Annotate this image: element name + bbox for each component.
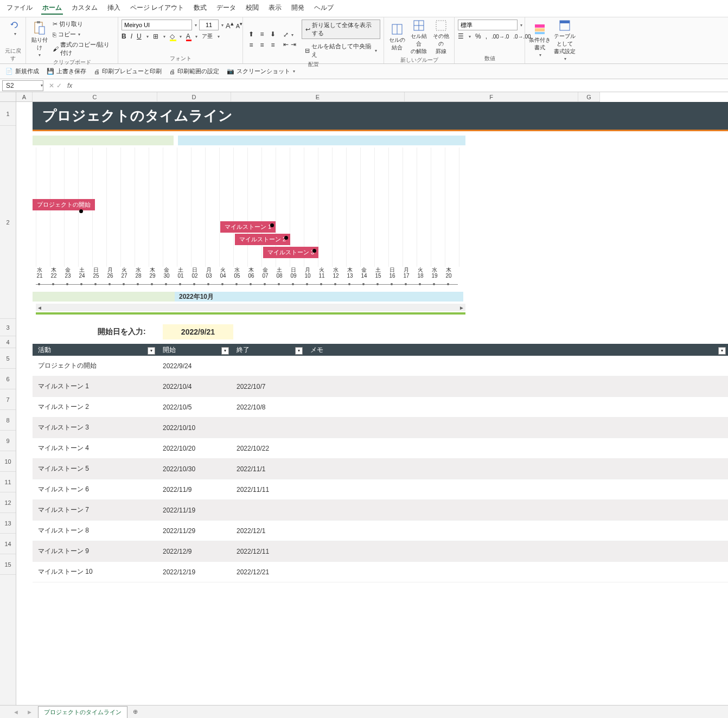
cell-start[interactable]: 2022/10/30 xyxy=(157,465,231,473)
row-header-15[interactable]: 15 xyxy=(0,554,16,575)
cell-activity[interactable]: マイルストーン 5 xyxy=(33,464,157,473)
cell-activity[interactable]: マイルストーン 7 xyxy=(33,505,157,515)
col-memo[interactable]: メモ▾ xyxy=(305,345,728,355)
conditional-format-button[interactable]: 条件付き 書式▾ xyxy=(528,23,551,57)
cell-end[interactable]: 2022/11/11 xyxy=(231,486,305,493)
row-header-9[interactable]: 9 xyxy=(0,431,16,451)
menu-表示[interactable]: 表示 xyxy=(267,2,283,15)
align-middle-button[interactable]: ≡ xyxy=(257,30,267,39)
cell-end[interactable]: 2022/12/11 xyxy=(231,548,305,555)
table-row[interactable]: マイルストーン 82022/11/292022/12/1 xyxy=(33,521,728,541)
table-row[interactable]: プロジェクトの開始2022/9/24 xyxy=(33,356,728,376)
comma-button[interactable]: , xyxy=(486,33,487,40)
row-header-7[interactable]: 7 xyxy=(0,389,16,410)
new-file-button[interactable]: 📄新規作成 xyxy=(5,67,39,75)
row-header-4[interactable]: 4 xyxy=(0,336,16,348)
add-sheet-button[interactable]: ⊕ xyxy=(131,707,141,717)
col-end[interactable]: 終了▾ xyxy=(231,345,305,355)
copy-button[interactable]: ⎘コピー▾ xyxy=(52,30,114,39)
table-row[interactable]: マイルストーン 102022/12/192022/12/21 xyxy=(33,562,728,582)
col-header-C[interactable]: C xyxy=(33,92,157,101)
scroll-left-icon[interactable]: ◄ xyxy=(36,305,43,311)
cell-activity[interactable]: マイルストーン 10 xyxy=(33,567,157,576)
menu-数式[interactable]: 数式 xyxy=(193,2,208,15)
enter-icon[interactable]: ✓ xyxy=(56,82,62,89)
decrease-font-button[interactable]: A▾ xyxy=(236,21,242,29)
align-right-button[interactable]: ≡ xyxy=(268,41,278,49)
menu-校閲[interactable]: 校閲 xyxy=(245,2,260,15)
row-header-11[interactable]: 11 xyxy=(0,472,16,492)
menu-ヘルプ[interactable]: ヘルプ xyxy=(313,2,335,15)
print-area-button[interactable]: 🖨印刷範囲の設定 xyxy=(169,67,219,75)
col-header-F[interactable]: F xyxy=(405,92,578,101)
italic-button[interactable]: I xyxy=(131,33,132,40)
underline-button[interactable]: U xyxy=(137,33,142,40)
bold-button[interactable]: B xyxy=(122,33,126,40)
cell-activity[interactable]: マイルストーン 2 xyxy=(33,402,157,412)
col-header-D[interactable]: D xyxy=(157,92,231,101)
cell-end[interactable]: 2022/11/1 xyxy=(231,465,305,473)
start-date-value[interactable]: 2022/9/21 xyxy=(163,324,233,339)
border-button[interactable]: ⊞ xyxy=(153,33,158,40)
font-name-select[interactable] xyxy=(122,20,192,30)
fill-color-button[interactable]: ◇ xyxy=(170,33,175,40)
align-bottom-button[interactable]: ⬇ xyxy=(268,30,278,39)
save-button[interactable]: 💾上書き保存 xyxy=(47,67,86,75)
cancel-icon[interactable]: ✕ xyxy=(49,82,54,89)
name-box[interactable]: S2▾ xyxy=(2,80,43,91)
cell-start[interactable]: 2022/9/24 xyxy=(157,362,231,370)
menu-ファイル[interactable]: ファイル xyxy=(5,2,34,15)
col-activity[interactable]: 活動▾ xyxy=(33,345,157,355)
row-header-5[interactable]: 5 xyxy=(0,348,16,369)
scroll-right-icon[interactable]: ► xyxy=(458,305,465,311)
filter-icon[interactable]: ▾ xyxy=(295,347,303,355)
menu-ホーム[interactable]: ホーム xyxy=(41,2,63,15)
merge-cells-button[interactable]: セルの 結合 xyxy=(387,23,407,52)
table-row[interactable]: マイルストーン 62022/11/92022/11/11 xyxy=(33,479,728,500)
phonetic-button[interactable]: ア亜 xyxy=(202,33,213,40)
cell-end[interactable]: 2022/12/1 xyxy=(231,527,305,535)
filter-icon[interactable]: ▾ xyxy=(148,347,155,355)
cell-end[interactable]: 2022/10/7 xyxy=(231,383,305,390)
row-header-14[interactable]: 14 xyxy=(0,534,16,554)
table-row[interactable]: マイルストーン 52022/10/302022/11/1 xyxy=(33,459,728,479)
row-header-13[interactable]: 13 xyxy=(0,513,16,534)
cell-start[interactable]: 2022/10/5 xyxy=(157,403,231,411)
cell-start[interactable]: 2022/10/10 xyxy=(157,424,231,432)
col-header-G[interactable]: G xyxy=(578,92,600,101)
col-header-E[interactable]: E xyxy=(231,92,405,101)
filter-icon[interactable]: ▾ xyxy=(221,347,229,355)
cell-start[interactable]: 2022/10/20 xyxy=(157,445,231,452)
cell-end[interactable]: 2022/10/22 xyxy=(231,445,305,452)
tab-nav-prev[interactable]: ◄ xyxy=(11,709,21,715)
align-top-button[interactable]: ⬆ xyxy=(246,30,256,39)
other-borders-button[interactable]: その他の 罫線 xyxy=(431,20,451,55)
worksheet-content[interactable]: プロジェクトのタイムライン プロジェクトの開始マイルストーン 1マイルストーン … xyxy=(16,102,728,718)
cell-activity[interactable]: マイルストーン 9 xyxy=(33,547,157,556)
cell-activity[interactable]: マイルストーン 3 xyxy=(33,423,157,432)
paste-button[interactable]: 貼り付け▾ xyxy=(29,20,49,57)
increase-font-button[interactable]: A▴ xyxy=(226,20,234,30)
increase-decimal-button[interactable]: .00→.0 xyxy=(491,34,509,40)
screenshot-button[interactable]: 📷スクリーンショット▾ xyxy=(227,67,295,75)
cell-activity[interactable]: プロジェクトの開始 xyxy=(33,361,157,370)
timeline-scrollbar[interactable]: ◄► xyxy=(36,304,465,311)
row-header-6[interactable]: 6 xyxy=(0,369,16,389)
cell-end[interactable]: 2022/12/21 xyxy=(231,568,305,576)
percent-button[interactable]: % xyxy=(475,33,481,40)
cut-button[interactable]: ✂切り取り xyxy=(52,20,114,29)
cell-end[interactable]: 2022/10/8 xyxy=(231,403,305,411)
table-row[interactable]: マイルストーン 42022/10/202022/10/22 xyxy=(33,438,728,459)
font-color-button[interactable]: A xyxy=(186,33,190,40)
align-left-button[interactable]: ≡ xyxy=(246,41,256,49)
cell-start[interactable]: 2022/12/19 xyxy=(157,568,231,576)
row-header-2[interactable]: 2 xyxy=(0,126,16,319)
menu-開発[interactable]: 開発 xyxy=(290,2,305,15)
col-header-A[interactable]: A xyxy=(16,92,33,101)
sheet-tab-active[interactable]: プロジェクトのタイムライン xyxy=(38,706,127,718)
menu-ページ レイアウト[interactable]: ページ レイアウト xyxy=(129,2,185,15)
undo-button[interactable]: ▾ xyxy=(3,20,26,36)
merge-center-button[interactable]: ⊟セルを結合して中央揃え▾ xyxy=(302,41,380,60)
cell-activity[interactable]: マイルストーン 1 xyxy=(33,382,157,391)
table-row[interactable]: マイルストーン 32022/10/10 xyxy=(33,418,728,438)
